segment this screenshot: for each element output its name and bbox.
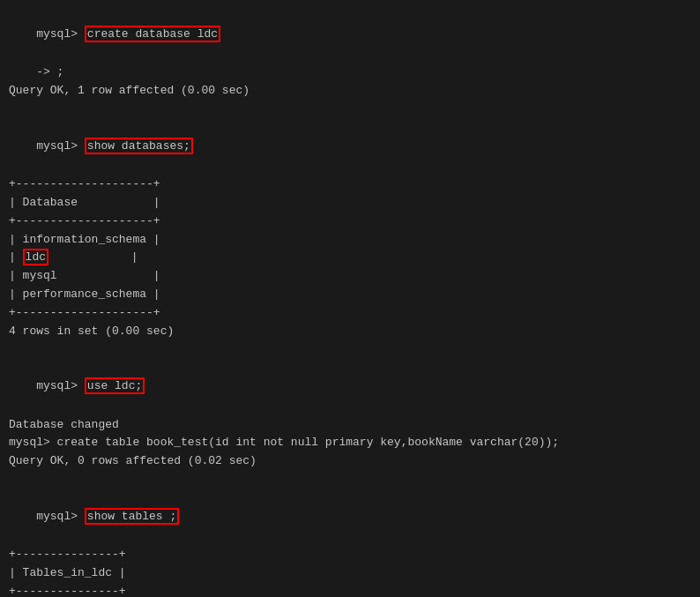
- line-13: 4 rows in set (0.00 sec): [9, 323, 691, 341]
- ldc-highlighted: ldc: [23, 249, 48, 265]
- line-9: | ldc |: [9, 249, 691, 267]
- blank-2: [9, 340, 691, 359]
- line-12: +--------------------+: [9, 304, 691, 323]
- cmd-2: show databases;: [85, 138, 193, 154]
- line-14: mysql> use ldc;: [9, 359, 691, 414]
- line-18: mysql> show tables ;: [9, 489, 691, 544]
- terminal-container: mysql> create database ldc -> ; Query OK…: [9, 7, 691, 597]
- line-19: +---------------+: [9, 546, 691, 564]
- cmd-4: show tables ;: [85, 508, 179, 525]
- line-21: +---------------+: [9, 583, 691, 597]
- prompt-1: mysql>: [36, 27, 85, 41]
- cmd-3: use ldc;: [85, 377, 145, 394]
- line-7: +--------------------+: [9, 213, 691, 231]
- line-3: Query OK, 1 row affected (0.00 sec): [9, 82, 691, 101]
- line-15: Database changed: [9, 416, 691, 435]
- blank-3: [9, 471, 691, 489]
- line-5: +--------------------+: [9, 175, 691, 194]
- line-17: Query OK, 0 rows affected (0.02 sec): [9, 452, 691, 471]
- line-10: | mysql |: [9, 267, 691, 286]
- line-6: | Database |: [9, 194, 691, 213]
- line-8: | information_schema |: [9, 231, 691, 250]
- line-4: mysql> show databases;: [9, 119, 691, 174]
- cmd-1: create database ldc: [85, 26, 220, 42]
- line-2: -> ;: [9, 63, 691, 82]
- line-20: | Tables_in_ldc |: [9, 564, 691, 583]
- prompt-4: mysql>: [36, 510, 85, 523]
- line-11: | performance_schema |: [9, 286, 691, 304]
- prompt-3: mysql>: [36, 379, 85, 392]
- line-1: mysql> create database ldc: [9, 7, 691, 62]
- prompt-2: mysql>: [36, 139, 85, 153]
- line-16: mysql> create table book_test(id int not…: [9, 434, 691, 452]
- blank-1: [9, 101, 691, 119]
